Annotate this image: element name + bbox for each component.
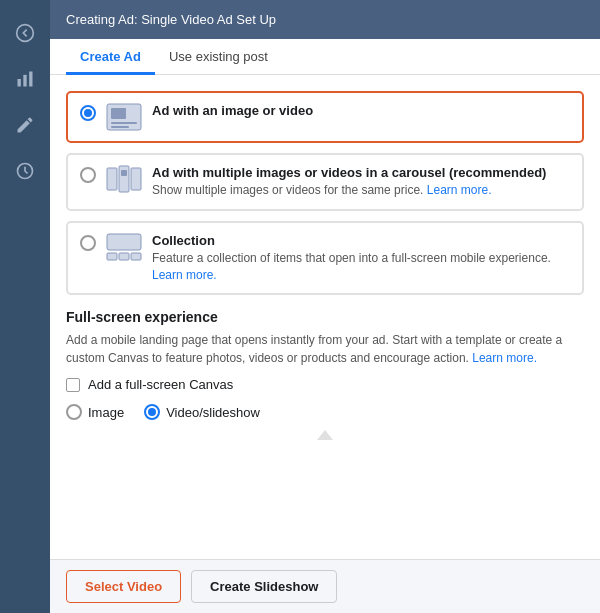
content-area: Ad with an image or video Ad with multip… bbox=[50, 75, 600, 559]
option-collection-desc: Feature a collection of items that open … bbox=[152, 250, 570, 284]
option-single-text: Ad with an image or video bbox=[152, 103, 570, 118]
tab-bar: Create Ad Use existing post bbox=[50, 39, 600, 75]
radio-image[interactable] bbox=[66, 404, 82, 420]
svg-rect-14 bbox=[107, 253, 117, 260]
media-image-label: Image bbox=[88, 405, 124, 420]
media-image-option[interactable]: Image bbox=[66, 404, 124, 420]
radio-video[interactable] bbox=[144, 404, 160, 420]
radio-single[interactable] bbox=[80, 105, 96, 121]
option-collection-text: Collection Feature a collection of items… bbox=[152, 233, 570, 284]
option-single[interactable]: Ad with an image or video bbox=[66, 91, 584, 143]
option-carousel-desc: Show multiple images or videos for the s… bbox=[152, 182, 570, 199]
page-title: Creating Ad: Single Video Ad Set Up bbox=[66, 12, 276, 27]
footer-bar: Select Video Create Slideshow bbox=[50, 559, 600, 613]
icon-carousel bbox=[106, 165, 142, 193]
icon-collection bbox=[106, 233, 142, 261]
select-video-button[interactable]: Select Video bbox=[66, 570, 181, 603]
sidebar-edit-icon[interactable] bbox=[0, 102, 50, 148]
fullscreen-checkbox-label: Add a full-screen Canvas bbox=[88, 377, 233, 392]
page-header: Creating Ad: Single Video Ad Set Up bbox=[50, 0, 600, 39]
svg-point-0 bbox=[17, 25, 34, 42]
svg-rect-2 bbox=[23, 75, 26, 87]
media-video-label: Video/slideshow bbox=[166, 405, 260, 420]
svg-rect-12 bbox=[121, 170, 127, 176]
option-collection-title: Collection bbox=[152, 233, 570, 248]
create-slideshow-button[interactable]: Create Slideshow bbox=[191, 570, 337, 603]
media-video-option[interactable]: Video/slideshow bbox=[144, 404, 260, 420]
collection-learn-more[interactable]: Learn more. bbox=[152, 268, 217, 282]
main-panel: Creating Ad: Single Video Ad Set Up Crea… bbox=[50, 0, 600, 613]
fullscreen-section-desc: Add a mobile landing page that opens ins… bbox=[66, 331, 584, 367]
svg-rect-8 bbox=[111, 126, 129, 128]
carousel-learn-more[interactable]: Learn more. bbox=[427, 183, 492, 197]
option-single-title: Ad with an image or video bbox=[152, 103, 570, 118]
svg-rect-3 bbox=[29, 72, 32, 87]
svg-rect-9 bbox=[107, 168, 117, 190]
radio-carousel[interactable] bbox=[80, 167, 96, 183]
sidebar-clock-icon[interactable] bbox=[0, 148, 50, 194]
svg-rect-16 bbox=[131, 253, 141, 260]
sidebar bbox=[0, 0, 50, 613]
svg-rect-6 bbox=[111, 108, 126, 119]
fullscreen-checkbox-row[interactable]: Add a full-screen Canvas bbox=[66, 377, 584, 392]
svg-rect-15 bbox=[119, 253, 129, 260]
media-type-row: Image Video/slideshow bbox=[66, 404, 584, 420]
sidebar-chart-icon[interactable] bbox=[0, 56, 50, 102]
tab-use-existing[interactable]: Use existing post bbox=[155, 39, 282, 75]
option-carousel-text: Ad with multiple images or videos in a c… bbox=[152, 165, 570, 199]
tab-create-ad[interactable]: Create Ad bbox=[66, 39, 155, 75]
fullscreen-section-title: Full-screen experience bbox=[66, 309, 584, 325]
svg-rect-1 bbox=[18, 79, 21, 87]
option-carousel-title: Ad with multiple images or videos in a c… bbox=[152, 165, 570, 180]
option-carousel[interactable]: Ad with multiple images or videos in a c… bbox=[66, 153, 584, 211]
fullscreen-checkbox[interactable] bbox=[66, 378, 80, 392]
svg-rect-7 bbox=[111, 122, 137, 124]
svg-rect-13 bbox=[107, 234, 141, 250]
icon-single bbox=[106, 103, 142, 131]
sidebar-back-icon[interactable] bbox=[0, 10, 50, 56]
option-collection[interactable]: Collection Feature a collection of items… bbox=[66, 221, 584, 296]
fullscreen-learn-more[interactable]: Learn more. bbox=[472, 351, 537, 365]
triangle-indicator bbox=[66, 430, 584, 440]
svg-rect-10 bbox=[119, 166, 129, 192]
radio-collection[interactable] bbox=[80, 235, 96, 251]
svg-rect-11 bbox=[131, 168, 141, 190]
